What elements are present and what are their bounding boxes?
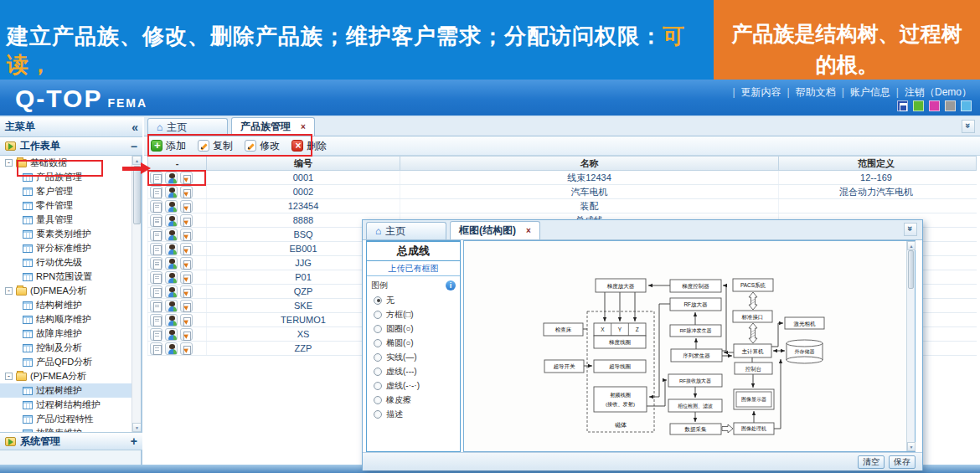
tree-item[interactable]: 行动优先级 bbox=[0, 255, 141, 270]
user-icon-button[interactable] bbox=[165, 314, 178, 326]
note-icon-button[interactable] bbox=[150, 172, 162, 184]
column-header[interactable]: 名称 bbox=[400, 157, 778, 170]
note-icon-button[interactable] bbox=[150, 229, 162, 241]
tree-item[interactable]: 过程树维护 bbox=[0, 383, 141, 398]
scroll-up-icon[interactable] bbox=[907, 241, 916, 250]
sidebar-section-system[interactable]: 系统管理 + bbox=[0, 432, 142, 450]
tab-block-diagram[interactable]: 框图(结构图) bbox=[450, 221, 540, 239]
open-icon-button[interactable] bbox=[180, 342, 193, 355]
diagram-canvas[interactable]: 梯度放大器梯度控制器PACS系统RF放大器标准接口激光相机检查床XYZ梯度线圈R… bbox=[463, 240, 916, 452]
radio-icon[interactable] bbox=[374, 311, 382, 319]
scroll-thumb[interactable] bbox=[908, 250, 914, 289]
clear-button[interactable]: 清空 bbox=[858, 455, 885, 469]
legend-option[interactable]: 橡皮擦 bbox=[367, 393, 460, 407]
user-icon-button[interactable] bbox=[165, 342, 178, 355]
collapse-section-icon[interactable]: − bbox=[131, 140, 137, 153]
radio-icon[interactable] bbox=[374, 368, 382, 376]
note-icon-button[interactable] bbox=[150, 285, 162, 298]
scroll-thumb[interactable] bbox=[133, 166, 141, 224]
radio-icon[interactable] bbox=[374, 296, 382, 305]
open-icon-button[interactable] bbox=[180, 328, 193, 341]
user-icon-button[interactable] bbox=[165, 172, 178, 184]
expand-section-icon[interactable]: + bbox=[131, 434, 137, 448]
tree-item[interactable]: 要素类别维护 bbox=[0, 227, 141, 241]
header-link[interactable]: 账户信息 bbox=[850, 86, 890, 98]
canvas-scrollbar[interactable] bbox=[906, 241, 915, 451]
open-icon-button[interactable] bbox=[180, 300, 193, 312]
legend-option[interactable]: 虚线(---) bbox=[367, 364, 460, 378]
column-header[interactable]: 编号 bbox=[206, 157, 400, 170]
note-icon-button[interactable] bbox=[150, 243, 162, 255]
collapse-down-icon[interactable] bbox=[904, 223, 917, 236]
table-row[interactable]: 0002汽车电机混合动力汽车电机 bbox=[147, 185, 977, 199]
radio-icon[interactable] bbox=[374, 382, 382, 390]
tree-item[interactable]: 评分标准维护 bbox=[0, 241, 141, 255]
tree-folder[interactable]: -(D)FMEA分析 bbox=[0, 284, 141, 298]
radio-icon[interactable] bbox=[374, 410, 382, 419]
scroll-up-icon[interactable] bbox=[132, 156, 141, 165]
open-icon-button[interactable] bbox=[180, 314, 193, 326]
save-button[interactable]: 保存 bbox=[889, 455, 916, 469]
open-icon-button[interactable] bbox=[180, 214, 193, 227]
note-icon-button[interactable] bbox=[150, 328, 162, 341]
delete-button[interactable]: 删除 bbox=[291, 139, 327, 153]
header-link[interactable]: 更新内容 bbox=[741, 86, 781, 98]
tree-item[interactable]: 故障库维护 bbox=[0, 326, 141, 341]
tree-item[interactable]: 控制及分析 bbox=[0, 341, 141, 355]
tree-item[interactable]: RPN范围设置 bbox=[0, 270, 141, 284]
note-icon-button[interactable] bbox=[150, 271, 162, 284]
column-header[interactable]: 范围定义 bbox=[778, 157, 973, 170]
collapse-node-icon[interactable]: - bbox=[5, 287, 13, 295]
tree-item[interactable]: 产品QFD分析 bbox=[0, 355, 141, 369]
collapse-down-icon[interactable] bbox=[962, 120, 975, 133]
tree-folder[interactable]: -基础数据 bbox=[0, 156, 141, 170]
radio-icon[interactable] bbox=[374, 339, 382, 347]
theme-swatch[interactable] bbox=[961, 100, 972, 111]
collapse-node-icon[interactable]: - bbox=[5, 159, 13, 167]
scroll-down-icon[interactable] bbox=[907, 442, 916, 451]
legend-option[interactable]: 圆圈(○) bbox=[367, 321, 460, 336]
legend-option[interactable]: 椭圆(○) bbox=[367, 336, 460, 350]
tree-item[interactable]: 结构树维护 bbox=[0, 298, 141, 312]
note-icon-button[interactable] bbox=[150, 314, 162, 326]
note-icon-button[interactable] bbox=[150, 200, 162, 213]
legend-option[interactable]: 无 bbox=[367, 293, 460, 307]
table-row[interactable]: 0001线束1243412--169 bbox=[147, 171, 977, 185]
tree-item[interactable]: 客户管理 bbox=[0, 184, 141, 198]
column-header[interactable]: - bbox=[147, 157, 206, 170]
legend-option[interactable]: 方框(□) bbox=[367, 307, 460, 321]
tree-item[interactable]: 产品族管理 bbox=[0, 170, 141, 184]
upload-diagram-link[interactable]: 上传已有框图 bbox=[367, 261, 460, 276]
add-button[interactable]: 添加 bbox=[151, 139, 186, 153]
user-icon-button[interactable] bbox=[165, 300, 178, 312]
header-link[interactable]: 注销（Demo） bbox=[905, 86, 972, 98]
open-icon-button[interactable] bbox=[180, 257, 193, 270]
open-icon-button[interactable] bbox=[180, 200, 193, 213]
note-icon-button[interactable] bbox=[150, 186, 162, 198]
user-icon-button[interactable] bbox=[165, 257, 178, 270]
tab-home[interactable]: 主页 bbox=[147, 118, 228, 136]
tab-product-family-management[interactable]: 产品族管理 bbox=[231, 117, 315, 136]
tree-item[interactable]: 量具管理 bbox=[0, 213, 141, 227]
tree-folder[interactable]: -(P)FMEA分析 bbox=[0, 369, 141, 383]
open-icon-button[interactable] bbox=[180, 285, 193, 298]
radio-icon[interactable] bbox=[374, 396, 382, 404]
note-icon-button[interactable] bbox=[150, 257, 162, 270]
tree-item[interactable]: 故障库维护 bbox=[0, 426, 141, 432]
sidebar-section-worksheets[interactable]: 工作表单 − bbox=[0, 137, 142, 156]
close-icon[interactable] bbox=[516, 226, 531, 235]
open-icon-button[interactable] bbox=[180, 186, 193, 198]
tree-item[interactable]: 结构顺序维护 bbox=[0, 312, 141, 326]
note-icon-button[interactable] bbox=[150, 300, 162, 312]
user-icon-button[interactable] bbox=[165, 200, 178, 213]
tree-item[interactable]: 产品/过程特性 bbox=[0, 412, 141, 426]
tab-home[interactable]: 主页 bbox=[366, 222, 446, 239]
user-icon-button[interactable] bbox=[165, 214, 178, 227]
tree-item[interactable]: 过程树结构维护 bbox=[0, 398, 141, 412]
open-icon-button[interactable] bbox=[180, 243, 193, 255]
table-row[interactable]: 123454装配 bbox=[147, 199, 977, 213]
legend-option[interactable]: 虚线(-·-·) bbox=[367, 378, 460, 393]
theme-swatch[interactable] bbox=[913, 100, 924, 111]
user-icon-button[interactable] bbox=[165, 271, 178, 284]
tree-scrollbar[interactable] bbox=[132, 156, 141, 432]
